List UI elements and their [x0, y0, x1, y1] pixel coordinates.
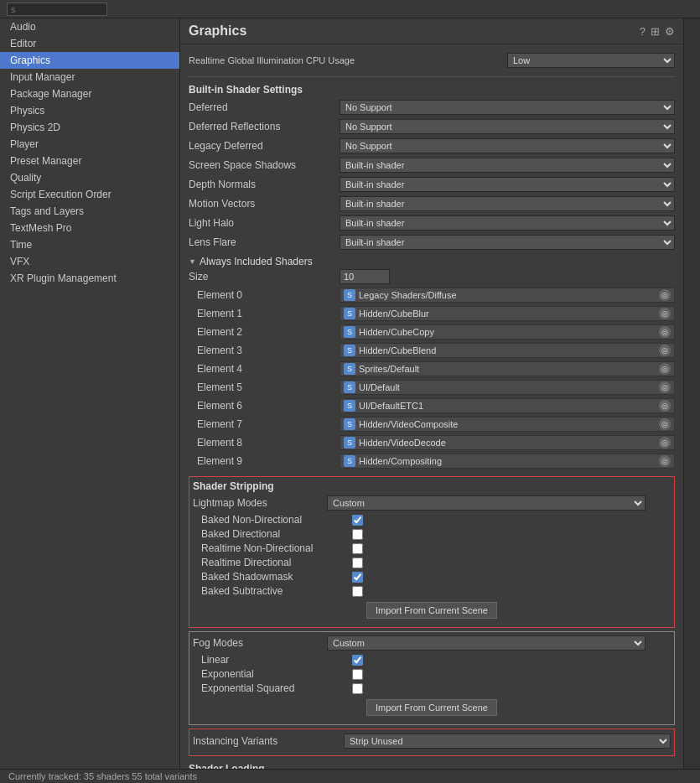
page-title: Graphics	[189, 23, 246, 39]
builtin-row-screen-space-shadows: Screen Space ShadowsNo SupportBuilt-in s…	[189, 157, 675, 174]
builtin-row-deferred-reflections: Deferred ReflectionsNo SupportBuilt-in s…	[189, 118, 675, 135]
builtin-select-lens-flare[interactable]: No SupportBuilt-in shaderCustom shader	[340, 235, 675, 250]
shader-icon: S	[344, 455, 355, 467]
stripping-checkbox-baked-non-directional[interactable]	[352, 515, 363, 526]
element-select-btn[interactable]: ◎	[659, 437, 671, 449]
element-select-btn[interactable]: ◎	[659, 363, 671, 375]
fog-checkbox-row: Exponential	[193, 668, 671, 680]
sidebar-item-textmesh-pro[interactable]: TextMesh Pro	[0, 220, 179, 236]
sidebar-item-package-manager[interactable]: Package Manager	[0, 86, 179, 102]
sidebar-item-audio[interactable]: Audio	[0, 18, 179, 35]
stripping-checkbox-row: Realtime Directional	[193, 557, 671, 568]
shader-icon: S	[344, 418, 355, 430]
sidebar: AudioEditorGraphicsInput ManagerPackage …	[0, 18, 180, 769]
sidebar-item-player[interactable]: Player	[0, 136, 179, 153]
element-row: Element 7SHidden/VideoComposite◎	[189, 416, 675, 433]
gi-select[interactable]: LowMediumHighUnlimited	[507, 53, 675, 68]
shader-stripping-section: Shader Stripping Lightmap Modes Automati…	[189, 476, 675, 628]
sidebar-item-preset-manager[interactable]: Preset Manager	[0, 153, 179, 169]
builtin-select-motion-vectors[interactable]: No SupportBuilt-in shaderCustom shader	[340, 196, 675, 211]
element-row: Element 3SHidden/CubeBlend◎	[189, 342, 675, 359]
size-label: Size	[189, 271, 340, 283]
sidebar-item-quality[interactable]: Quality	[0, 169, 179, 186]
element-select-btn[interactable]: ◎	[659, 289, 671, 301]
header-icons: ? ⊞ ⚙	[640, 25, 675, 38]
shader-icon: S	[344, 345, 355, 356]
top-bar	[0, 0, 700, 18]
status-text: Currently tracked: 35 shaders 55 total v…	[8, 771, 197, 781]
shader-loading-header: Shader Loading	[189, 763, 675, 769]
element-select-btn[interactable]: ◎	[659, 345, 671, 356]
gi-row: Realtime Global Illumination CPU Usage L…	[189, 49, 675, 71]
search-input[interactable]	[7, 3, 107, 16]
fog-checkbox-linear[interactable]	[352, 655, 363, 666]
sidebar-item-xr-plugin-management[interactable]: XR Plugin Management	[0, 270, 179, 287]
builtin-shader-header: Built-in Shader Settings	[189, 84, 675, 96]
element-select-btn[interactable]: ◎	[659, 400, 671, 412]
sidebar-item-input-manager[interactable]: Input Manager	[0, 69, 179, 86]
builtin-row-depth-normals: Depth NormalsNo SupportBuilt-in shaderCu…	[189, 176, 675, 193]
element-row: Element 9SHidden/Compositing◎	[189, 453, 675, 469]
fog-modes-select[interactable]: AutomaticCustomNone	[327, 635, 646, 651]
sidebar-item-physics-2d[interactable]: Physics 2D	[0, 119, 179, 136]
size-input[interactable]	[340, 269, 390, 284]
sidebar-item-physics[interactable]: Physics	[0, 102, 179, 119]
layout-icon[interactable]: ⊞	[651, 25, 660, 38]
element-select-btn[interactable]: ◎	[659, 381, 671, 393]
builtin-select-legacy-deferred[interactable]: No SupportBuilt-in shaderCustom shader	[340, 138, 675, 153]
size-row: Size	[189, 269, 675, 284]
fog-checkbox-row: Linear	[193, 654, 671, 666]
import-from-scene-btn[interactable]: Import From Current Scene	[366, 602, 497, 619]
stripping-checkbox-baked-subtractive[interactable]	[352, 586, 363, 597]
gear-icon[interactable]: ⚙	[665, 25, 675, 38]
element-select-btn[interactable]: ◎	[659, 455, 671, 467]
element-select-btn[interactable]: ◎	[659, 326, 671, 338]
import-from-scene-fog-btn[interactable]: Import From Current Scene	[366, 699, 497, 716]
stripping-checkbox-baked-directional[interactable]	[352, 529, 363, 540]
builtin-select-depth-normals[interactable]: No SupportBuilt-in shaderCustom shader	[340, 177, 675, 192]
help-icon[interactable]: ?	[640, 25, 646, 38]
builtin-select-screen-space-shadows[interactable]: No SupportBuilt-in shaderCustom shader	[340, 158, 675, 173]
sidebar-item-script-execution-order[interactable]: Script Execution Order	[0, 186, 179, 203]
sidebar-item-vfx[interactable]: VFX	[0, 253, 179, 270]
content-inner: Realtime Global Illumination CPU Usage L…	[180, 44, 683, 769]
collapse-triangle[interactable]: ▼	[189, 257, 196, 266]
fog-checkbox-exponential-squared[interactable]	[352, 683, 363, 694]
sidebar-item-time[interactable]: Time	[0, 236, 179, 253]
builtin-row-lens-flare: Lens FlareNo SupportBuilt-in shaderCusto…	[189, 234, 675, 251]
builtin-row-light-halo: Light HaloNo SupportBuilt-in shaderCusto…	[189, 215, 675, 231]
right-sidebar	[683, 18, 700, 769]
stripping-checkbox-realtime-directional[interactable]	[352, 557, 363, 568]
content-header: Graphics ? ⊞ ⚙	[180, 18, 683, 44]
stripping-checkbox-realtime-non-directional[interactable]	[352, 543, 363, 554]
fog-checkbox-exponential[interactable]	[352, 669, 363, 680]
shader-icon: S	[344, 363, 355, 375]
shader-icon: S	[344, 326, 355, 338]
stripping-checkbox-baked-shadowmask[interactable]	[352, 572, 363, 583]
builtin-select-light-halo[interactable]: No SupportBuilt-in shaderCustom shader	[340, 215, 675, 231]
sidebar-item-editor[interactable]: Editor	[0, 35, 179, 52]
lightmap-row: Lightmap Modes AutomaticCustomNone	[193, 495, 671, 511]
stripping-checkbox-row: Baked Directional	[193, 528, 671, 540]
element-row: Element 1SHidden/CubeBlur◎	[189, 305, 675, 322]
builtin-select-deferred-reflections[interactable]: No SupportBuilt-in shaderCustom shader	[340, 119, 675, 134]
element-row: Element 5SUI/Default◎	[189, 379, 675, 396]
element-row: Element 6SUI/DefaultETC1◎	[189, 397, 675, 414]
element-select-btn[interactable]: ◎	[659, 308, 671, 319]
stripping-checkbox-row: Baked Subtractive	[193, 585, 671, 597]
stripping-checkboxes: Baked Non-DirectionalBaked DirectionalRe…	[193, 514, 671, 597]
instancing-select[interactable]: Strip UnusedKeep All	[344, 734, 671, 749]
stripping-checkbox-row: Baked Non-Directional	[193, 514, 671, 526]
shader-icon: S	[344, 381, 355, 393]
lightmap-modes-select[interactable]: AutomaticCustomNone	[327, 495, 646, 511]
instancing-row: Instancing Variants Strip UnusedKeep All	[193, 733, 671, 749]
sidebar-item-graphics[interactable]: Graphics	[0, 52, 179, 69]
instancing-section: Instancing Variants Strip UnusedKeep All	[189, 729, 675, 756]
element-row: Element 2SHidden/CubeCopy◎	[189, 324, 675, 340]
shader-icon: S	[344, 289, 355, 301]
always-included-label: Always Included Shaders	[200, 256, 313, 267]
element-rows: Element 0SLegacy Shaders/Diffuse◎Element…	[189, 287, 675, 469]
sidebar-item-tags-and-layers[interactable]: Tags and Layers	[0, 203, 179, 220]
builtin-select-deferred[interactable]: No SupportBuilt-in shaderCustom shader	[340, 100, 675, 115]
element-select-btn[interactable]: ◎	[659, 418, 671, 430]
